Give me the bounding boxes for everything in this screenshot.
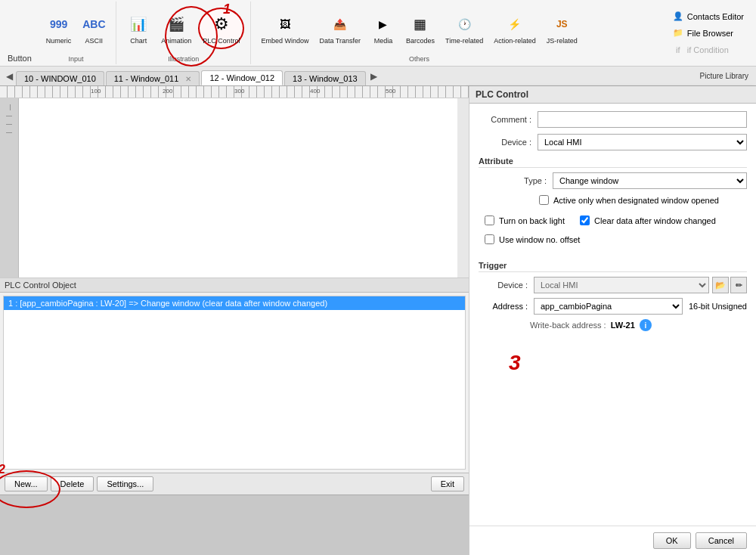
condition-icon: if <box>672 44 684 56</box>
trigger-device-select[interactable]: Local HMI <box>534 277 709 293</box>
comment-label: Comment : <box>479 115 531 124</box>
ruler-100: 100 <box>91 88 101 95</box>
ascii-button[interactable]: ABC ASCII <box>78 10 110 47</box>
canvas-white[interactable] <box>19 98 457 278</box>
barcodes-icon: ▦ <box>408 12 432 36</box>
close-tab-window-011[interactable]: ✕ <box>185 75 191 83</box>
dialog-footer: OK Cancel <box>469 526 756 555</box>
active-only-checkbox[interactable] <box>539 195 549 205</box>
chart-button[interactable]: 📊 Chart <box>122 10 154 47</box>
file-browser-icon: 📁 <box>672 27 684 39</box>
backlight-checkbox[interactable] <box>485 215 494 225</box>
animation-icon: 🎬 <box>164 12 188 36</box>
type-row: Type : Change window <box>494 172 747 189</box>
ruler-400: 400 <box>310 88 320 95</box>
address-select[interactable]: app_cambioPagina <box>534 298 683 315</box>
trigger-browse-button[interactable]: 📂 <box>712 277 729 293</box>
js-related-button[interactable]: JS JS-related <box>543 10 581 47</box>
input-section: 999 Numeric ABC ASCII Input <box>36 2 117 64</box>
info-icon[interactable]: i <box>640 319 652 331</box>
clear-data-label: Clear data after window changed <box>594 216 716 225</box>
numeric-icon: 999 <box>47 12 71 36</box>
contacts-editor-item[interactable]: 👤 Contacts Editor <box>669 9 747 24</box>
cancel-button[interactable]: Cancel <box>696 532 747 549</box>
dialog-body: Comment : Device : Local HMI Attribute T… <box>469 104 756 526</box>
write-back-row: Write-back address : LW-21 i <box>524 319 747 331</box>
left-panel: 100 200 300 400 500 — — — — PLC Control … <box>0 86 469 555</box>
tab-window-011[interactable]: 11 - Window_011 ✕ <box>106 71 200 85</box>
checkboxes-row: Turn on back light Clear data after wind… <box>485 215 747 230</box>
clear-data-checkbox[interactable] <box>580 215 590 225</box>
trigger-device-label: Device : <box>479 281 528 290</box>
delete-button[interactable]: Delete <box>51 476 94 491</box>
trigger-section-label: Trigger <box>479 261 747 272</box>
window-offset-row: Use window no. offset <box>485 234 747 244</box>
embed-icon: 🖼 <box>273 12 297 36</box>
main-area: 100 200 300 400 500 — — — — PLC Control … <box>0 86 756 555</box>
plc-buttons: 2 New... Delete Settings... Exit <box>0 473 469 495</box>
active-only-label: Active only when designated window opene… <box>553 196 719 205</box>
canvas-icon-4: — <box>6 129 12 135</box>
trigger-device-row: Device : Local HMI 📂 ✏ <box>479 277 747 293</box>
media-button[interactable]: ▶ Media <box>367 10 399 47</box>
media-icon: ▶ <box>371 12 395 36</box>
file-browser-item[interactable]: 📁 File Browser <box>669 26 747 41</box>
ruler-300: 300 <box>234 88 244 95</box>
active-only-row: Active only when designated window opene… <box>539 195 747 205</box>
new-button[interactable]: New... <box>5 476 48 491</box>
window-offset-label: Use window no. offset <box>499 235 580 244</box>
action-related-button[interactable]: ⚡ Action-related <box>490 10 540 47</box>
js-related-icon: JS <box>550 12 574 36</box>
tab-window-010[interactable]: 10 - WINDOW_010 <box>16 71 104 85</box>
exit-button[interactable]: Exit <box>431 476 464 491</box>
spacer2 <box>479 249 747 258</box>
trigger-edit-button[interactable]: ✏ <box>730 277 747 293</box>
ok-button[interactable]: OK <box>653 532 691 549</box>
time-related-button[interactable]: 🕐 Time-related <box>442 10 487 47</box>
settings-button[interactable]: Settings... <box>97 476 153 491</box>
tab-window-013[interactable]: 13 - Window_013 <box>284 71 366 85</box>
dialog-title: PLC Control <box>469 86 756 104</box>
tab-scroll-left[interactable]: ◀ <box>3 71 16 82</box>
canvas-left-icon: — <box>6 104 13 110</box>
spacer1 <box>479 209 747 215</box>
numeric-button[interactable]: 999 Numeric <box>42 10 76 47</box>
action-related-icon: ⚡ <box>503 12 527 36</box>
toolbar: Button 999 Numeric ABC ASCII Input 📊 Cha… <box>0 0 756 67</box>
embed-window-button[interactable]: 🖼 Embed Window <box>257 10 312 47</box>
plc-control-button[interactable]: ⚙ PLC Control <box>198 8 244 49</box>
bit-type-label: 16-bit Unsigned <box>689 302 747 311</box>
type-select[interactable]: Change window <box>553 172 747 189</box>
type-label: Type : <box>494 176 547 185</box>
animation-button[interactable]: 🎬 Animation <box>157 10 195 47</box>
comment-input[interactable] <box>538 111 747 128</box>
plc-control-list[interactable]: 1 : [app_cambioPagina : LW-20] => Change… <box>3 296 466 470</box>
time-related-icon: 🕐 <box>452 12 476 36</box>
contacts-editor-icon: 👤 <box>672 11 684 23</box>
data-transfer-button[interactable]: 📤 Data Transfer <box>315 10 364 47</box>
bottom-gray-area <box>0 495 469 555</box>
address-row: Address : app_cambioPagina 16-bit Unsign… <box>479 298 747 315</box>
device-select[interactable]: Local HMI <box>538 134 747 150</box>
condition-item[interactable]: if if Condition <box>669 42 747 57</box>
picture-library-label: Picture Library <box>696 70 753 82</box>
tab-window-012[interactable]: 12 - Window_012 <box>201 70 283 85</box>
annotation-3: 3 <box>479 336 747 390</box>
canvas-left-bar: — — — — <box>0 98 19 278</box>
clear-data-row: Clear data after window changed <box>580 215 716 225</box>
comment-row: Comment : <box>479 111 747 128</box>
plc-control-header: PLC Control Object <box>0 278 469 293</box>
ascii-icon: ABC <box>82 12 106 36</box>
horizontal-ruler: 100 200 300 400 500 <box>0 86 469 98</box>
backlight-row: Turn on back light <box>485 215 565 225</box>
canvas-area: — — — — <box>0 98 469 278</box>
button-label: Button <box>3 2 36 64</box>
trigger-buttons: 📂 ✏ <box>712 277 747 293</box>
tab-scroll-right[interactable]: ▶ <box>367 71 380 82</box>
window-offset-checkbox[interactable] <box>485 234 494 244</box>
plc-list-item[interactable]: 1 : [app_cambioPagina : LW-20] => Change… <box>4 296 465 310</box>
write-back-value: LW-21 <box>611 321 635 330</box>
device-row: Device : Local HMI <box>479 134 747 150</box>
write-back-label: Write-back address : <box>530 321 606 330</box>
barcodes-button[interactable]: ▦ Barcodes <box>402 10 438 47</box>
